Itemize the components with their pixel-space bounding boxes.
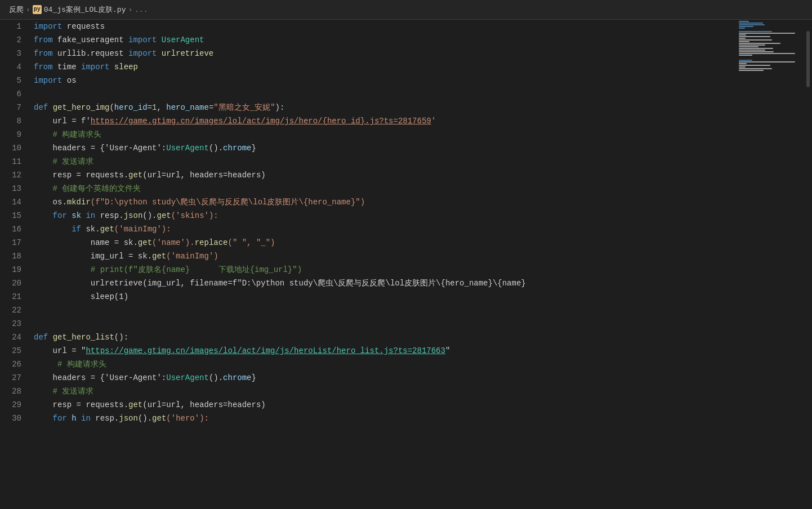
line-number: 22 — [0, 303, 21, 317]
code-line: for h in resp.json().get('hero'): — [34, 412, 737, 425]
line-number: 8 — [0, 114, 21, 128]
code-line: def get_hero_list(): — [34, 331, 737, 344]
line-number: 14 — [0, 195, 21, 209]
code-line: for sk in resp.json().get('skins'): — [34, 209, 737, 222]
line-number: 30 — [0, 412, 21, 425]
code-line: import requests — [34, 20, 737, 33]
minimap-line — [739, 28, 745, 29]
code-line: resp = requests.get(url=url, headers=hea… — [34, 398, 737, 412]
minimap-line — [739, 38, 746, 39]
code-line: from urllib.request import urlretrieve — [34, 47, 737, 60]
code-area[interactable]: import requestsfrom fake_useragent impor… — [28, 20, 737, 509]
line-number: 5 — [0, 74, 21, 87]
file-icon: py — [33, 5, 42, 14]
code-line: from fake_useragent import UserAgent — [34, 33, 737, 47]
breadcrumb: 反爬 › py 04_js案例_LOL皮肤.py › ... — [5, 2, 153, 17]
minimap-line — [739, 34, 746, 35]
minimap-line — [739, 23, 763, 24]
code-line: os.mkdir(f"D:\python study\爬虫\反爬与反反爬\lol… — [34, 195, 737, 209]
folder-icon: 反爬 — [9, 5, 24, 15]
code-line: # 构建请求头 — [34, 358, 737, 371]
minimap-line — [739, 41, 749, 42]
minimap-line — [739, 60, 752, 61]
minimap-line — [739, 36, 770, 37]
line-number: 20 — [0, 276, 21, 290]
line-number: 16 — [0, 222, 21, 236]
line-numbers: 1234567891011121314151617181920212223242… — [0, 20, 28, 509]
code-line: # print(f"皮肤名{name} 下载地址{img_url}") — [34, 263, 737, 276]
code-line: img_url = sk.get('mainImg') — [34, 249, 737, 263]
breadcrumb-sep: › — [26, 6, 30, 14]
minimap-line — [739, 24, 765, 25]
minimap-line — [739, 55, 752, 56]
code-line: # 发送请求 — [34, 155, 737, 168]
minimap-line — [739, 68, 772, 69]
code-line: import os — [34, 74, 737, 87]
code-line: headers = {'User-Agent':UserAgent().chro… — [34, 371, 737, 385]
code-line: sleep(1) — [34, 290, 737, 303]
line-number: 27 — [0, 371, 21, 385]
tab-bar: 反爬 › py 04_js案例_LOL皮肤.py › ... — [0, 0, 812, 20]
code-line — [34, 317, 737, 331]
code-line: url = f'https://game.gtimg.cn/images/lol… — [34, 114, 737, 128]
line-number: 29 — [0, 398, 21, 412]
code-line: if sk.get('mainImg'): — [34, 222, 737, 236]
minimap-line — [739, 48, 773, 49]
code-line: def get_hero_img(hero_id=1, hero_name="黑… — [34, 101, 737, 114]
code-line — [34, 87, 737, 101]
scrollbar[interactable] — [804, 20, 812, 509]
code-line: headers = {'User-Agent':UserAgent().chro… — [34, 141, 737, 155]
line-number: 28 — [0, 385, 21, 398]
line-number: 13 — [0, 182, 21, 195]
code-line: url = "https://game.gtimg.cn/images/lol/… — [34, 344, 737, 358]
code-line: name = sk.get('name').replace(" ", "_") — [34, 236, 737, 249]
code-line: # 构建请求头 — [34, 128, 737, 141]
line-number: 24 — [0, 331, 21, 344]
line-number: 7 — [0, 101, 21, 114]
breadcrumb-more: ... — [135, 6, 148, 14]
breadcrumb-sep2: › — [128, 6, 132, 14]
file-name: 04_js案例_LOL皮肤.py — [44, 5, 126, 15]
minimap-line — [739, 33, 795, 34]
line-number: 25 — [0, 344, 21, 358]
line-number: 26 — [0, 358, 21, 371]
line-number: 19 — [0, 263, 21, 276]
line-number: 1 — [0, 20, 21, 33]
minimap-line — [739, 53, 795, 54]
line-number: 11 — [0, 155, 21, 168]
minimap-line — [739, 70, 764, 71]
line-number: 3 — [0, 47, 21, 60]
minimap-line — [739, 65, 770, 66]
line-number: 18 — [0, 249, 21, 263]
minimap-line — [739, 44, 765, 46]
minimap-line — [739, 66, 746, 68]
line-number: 10 — [0, 141, 21, 155]
minimap-line — [739, 50, 765, 51]
minimap-line — [739, 46, 759, 47]
code-line: resp = requests.get(url=url, headers=hea… — [34, 168, 737, 182]
line-number: 21 — [0, 290, 21, 303]
minimap-line — [739, 43, 780, 44]
line-number: 23 — [0, 317, 21, 331]
line-number: 6 — [0, 87, 21, 101]
line-number: 15 — [0, 209, 21, 222]
minimap-line — [739, 21, 749, 22]
minimap-line — [739, 39, 772, 41]
minimap — [737, 20, 804, 509]
line-number: 4 — [0, 60, 21, 74]
line-number: 12 — [0, 168, 21, 182]
code-line — [34, 303, 737, 317]
scrollbar-thumb[interactable] — [806, 31, 810, 87]
line-number: 9 — [0, 128, 21, 141]
code-line: # 创建每个英雄的文件夹 — [34, 182, 737, 195]
code-line: from time import sleep — [34, 60, 737, 74]
minimap-line — [739, 31, 772, 32]
line-number: 17 — [0, 236, 21, 249]
minimap-line — [739, 51, 774, 52]
minimap-line — [739, 63, 747, 64]
minimap-line — [739, 26, 753, 27]
line-number: 2 — [0, 33, 21, 47]
code-line: # 发送请求 — [34, 385, 737, 398]
code-line: urlretrieve(img_url, filename=f"D:\pytho… — [34, 276, 737, 290]
minimap-line — [739, 61, 795, 62]
